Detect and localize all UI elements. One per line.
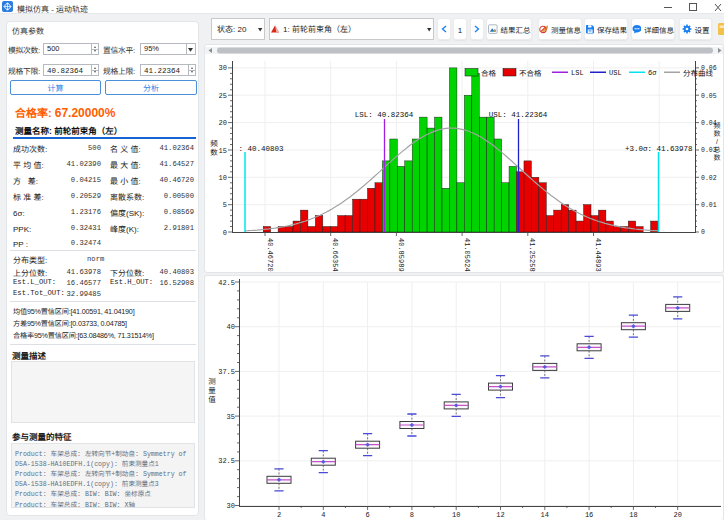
svg-text:20: 20 [219,119,227,127]
svg-text:40.66354: 40.66354 [331,238,339,272]
svg-text:30: 30 [227,502,235,510]
svg-text:不合格: 不合格 [519,67,542,78]
svg-text:值: 值 [208,393,216,404]
svg-text:2: 2 [277,511,281,519]
svg-text:分布曲线: 分布曲线 [683,67,713,78]
svg-text:12: 12 [496,511,504,519]
svg-text:LSL: 40.82364: LSL: 40.82364 [355,111,414,119]
svg-text:USL: 41.22364: USL: 41.22364 [489,111,548,119]
svg-text:4: 4 [321,511,325,519]
svg-text:40: 40 [227,323,235,331]
svg-text:0.05: 0.05 [701,93,717,100]
svg-text:LSL: LSL [571,69,584,77]
svg-text:25: 25 [219,92,227,100]
svg-text:0.01: 0.01 [701,202,717,209]
svg-text:40.85989: 40.85989 [397,238,405,272]
svg-text:20: 20 [673,511,681,519]
svg-text:数: 数 [714,152,721,162]
svg-text:16: 16 [585,511,593,519]
svg-text:15: 15 [219,147,227,155]
svg-text:6: 6 [365,511,369,519]
svg-text:40.46720: 40.46720 [266,238,274,272]
svg-text:18: 18 [629,511,637,519]
svg-text:合格: 合格 [481,67,496,78]
svg-text:32.5: 32.5 [218,457,235,465]
svg-text:30: 30 [219,64,227,72]
svg-text:42.5: 42.5 [218,279,235,287]
svg-text:数: 数 [210,146,218,157]
svg-text:0.02: 0.02 [701,175,717,182]
svg-text:10: 10 [219,174,227,182]
svg-text:: 40.40803: : 40.40803 [239,145,285,153]
svg-text:10: 10 [452,511,460,519]
svg-text:41.25258: 41.25258 [528,238,536,272]
svg-text:0: 0 [701,229,705,236]
svg-text:8: 8 [410,511,414,519]
svg-text:41.05624: 41.05624 [463,238,471,272]
svg-text:+3.0σ: 41.63978: +3.0σ: 41.63978 [625,145,693,153]
svg-text:5: 5 [223,201,227,209]
svg-text:14: 14 [541,511,549,519]
svg-text:41.44893: 41.44893 [594,238,602,272]
svg-text:0: 0 [223,229,227,237]
svg-text:35: 35 [227,413,235,421]
svg-text:6σ: 6σ [648,69,657,77]
svg-text:37.5: 37.5 [218,368,235,376]
svg-text:USL: USL [609,69,622,77]
